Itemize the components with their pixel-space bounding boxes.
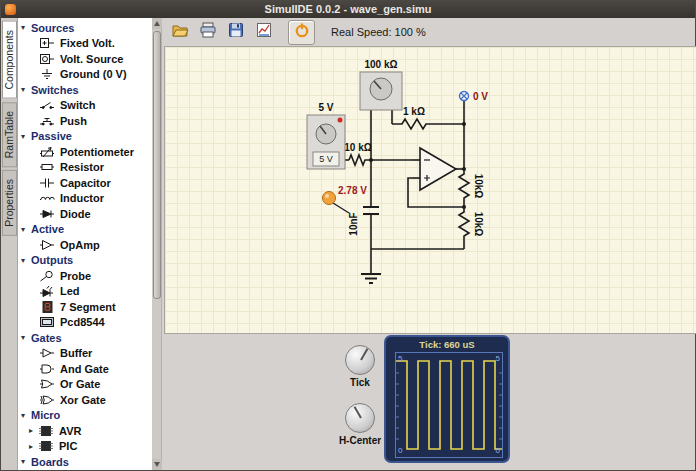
tree-item-volt-source[interactable]: Volt. Source <box>18 51 152 67</box>
probe-top-value-label: 0 V <box>473 91 488 102</box>
scroll-up-button[interactable] <box>152 18 162 29</box>
component-tree: ▾SourcesFixed Volt.Volt. SourceGround (0… <box>18 18 152 470</box>
item-label: Volt. Source <box>60 53 123 65</box>
tree-item-and-gate[interactable]: And Gate <box>18 361 152 377</box>
item-label: And Gate <box>60 363 109 375</box>
resistor-10k-divider-bottom[interactable]: 10kΩ <box>459 207 484 249</box>
tree-item-ground-0-v[interactable]: Ground (0 V) <box>18 67 152 83</box>
tree-item-or-gate[interactable]: Or Gate <box>18 377 152 393</box>
category-label: Passive <box>31 130 72 142</box>
side-tab-properties[interactable]: Properties <box>2 170 17 236</box>
circuit-canvas[interactable]: 10 kΩ 1 kΩ 10kΩ 10kΩ 10nF <box>164 46 696 334</box>
tree-category-gates[interactable]: ▾Gates <box>18 330 152 346</box>
h-center-knob-label: H-Center <box>330 435 390 446</box>
tree-item-opamp[interactable]: OpAmp <box>18 237 152 253</box>
fixed-volt-icon <box>39 37 56 49</box>
scale-top-left: 5 <box>398 355 402 363</box>
tree-item-led[interactable]: Led <box>18 284 152 300</box>
tree-category-sources[interactable]: ▾Sources <box>18 20 152 36</box>
tick-knob[interactable] <box>345 345 375 375</box>
chip-icon <box>38 440 55 452</box>
tree-item-avr[interactable]: ▸AVR <box>18 423 152 439</box>
voltage-probe-top[interactable]: 0 V <box>460 91 489 102</box>
collapse-arrow-icon: ▾ <box>21 132 31 141</box>
resistor-1k-feedback[interactable]: 1 kΩ <box>392 106 464 129</box>
ground-icon <box>39 68 56 80</box>
category-label: Switches <box>31 84 79 96</box>
expand-arrow-icon[interactable]: ▸ <box>29 426 38 435</box>
item-label: Switch <box>60 99 95 111</box>
opamp-icon <box>39 239 56 251</box>
item-label: Fixed Volt. <box>60 37 115 49</box>
item-label: Inductor <box>60 192 104 204</box>
power-button[interactable] <box>288 20 315 45</box>
side-tab-components[interactable]: Components <box>2 21 17 99</box>
tree-category-active[interactable]: ▾Active <box>18 222 152 238</box>
sidebar-scrollbar[interactable] <box>152 18 162 470</box>
tree-item-diode[interactable]: Diode <box>18 206 152 222</box>
capacitor-component[interactable]: 10nF <box>348 207 379 236</box>
tree-item-resistor[interactable]: Resistor <box>18 160 152 176</box>
h-center-knob[interactable] <box>345 403 375 433</box>
chart-icon <box>255 21 273 43</box>
collapse-arrow-icon: ▾ <box>21 23 31 32</box>
side-tab-ramtable[interactable]: RamTable <box>2 102 17 167</box>
tree-item-pic[interactable]: ▸PIC <box>18 439 152 455</box>
tree-item-capacitor[interactable]: Capacitor <box>18 175 152 191</box>
real-speed-label: Real Speed: 100 % <box>331 26 426 38</box>
tree-item-xor-gate[interactable]: Xor Gate <box>18 392 152 408</box>
voltage-probe-main[interactable]: 2.78 V <box>323 185 368 213</box>
tree-item-push[interactable]: Push <box>18 113 152 129</box>
xor-gate-icon <box>39 394 56 406</box>
pcd8544-icon <box>39 316 56 328</box>
save-button[interactable] <box>224 20 248 44</box>
item-label: Xor Gate <box>60 394 106 406</box>
potentiometer-component[interactable]: 100 kΩ <box>360 59 402 110</box>
tree-category-outputs[interactable]: ▾Outputs <box>18 253 152 269</box>
tree-category-micro[interactable]: ▾Micro <box>18 408 152 424</box>
resistor-value-label: 1 kΩ <box>403 106 425 117</box>
item-label: Pcd8544 <box>60 316 105 328</box>
collapse-arrow-icon: ▾ <box>21 411 31 420</box>
tree-item-switch[interactable]: Switch <box>18 98 152 114</box>
expand-arrow-icon[interactable]: ▸ <box>29 442 38 451</box>
scale-top-right: 5 <box>496 355 500 363</box>
tick-knob-label: Tick <box>330 377 390 388</box>
diode-icon <box>39 208 56 220</box>
scroll-down-button[interactable] <box>152 459 162 470</box>
tree-item-inductor[interactable]: Inductor <box>18 191 152 207</box>
resistor-value-label: 10kΩ <box>473 212 484 237</box>
print-button[interactable] <box>196 20 220 44</box>
tree-category-boards[interactable]: ▾Boards <box>18 454 152 470</box>
scrollbar-thumb[interactable] <box>153 31 161 299</box>
opamp-component[interactable] <box>420 148 456 190</box>
item-label: AVR <box>59 425 81 437</box>
item-label: Potentiometer <box>60 146 134 158</box>
knob-pointer <box>360 348 368 360</box>
resistor-10k-divider-top[interactable]: 10kΩ <box>459 169 484 207</box>
folder-icon <box>171 21 189 43</box>
source-label: 5 V <box>318 102 333 113</box>
tree-item-7-segment[interactable]: 7 Segment <box>18 299 152 315</box>
chip-icon <box>38 425 55 437</box>
led-icon <box>39 285 56 297</box>
tree-category-passive[interactable]: ▾Passive <box>18 129 152 145</box>
item-label: Push <box>60 115 87 127</box>
open-circuit-button[interactable] <box>168 20 192 44</box>
collapse-arrow-icon: ▾ <box>21 457 31 466</box>
tree-category-switches[interactable]: ▾Switches <box>18 82 152 98</box>
collapse-arrow-icon: ▾ <box>21 256 31 265</box>
voltage-source-component[interactable]: 5 V 5 V <box>307 102 345 169</box>
app-icon <box>5 4 16 15</box>
push-icon <box>39 115 56 127</box>
plotter-button[interactable] <box>252 20 276 44</box>
tree-item-buffer[interactable]: Buffer <box>18 346 152 362</box>
titlebar[interactable]: SimulIDE 0.0.2 - wave_gen.simu <box>1 1 695 18</box>
resistor-10k-input[interactable]: 10 kΩ <box>344 142 371 165</box>
tree-item-probe[interactable]: Probe <box>18 268 152 284</box>
toolbar: Real Speed: 100 % <box>162 18 695 46</box>
tree-item-fixed-volt[interactable]: Fixed Volt. <box>18 36 152 52</box>
tree-item-potentiometer[interactable]: Potentiometer <box>18 144 152 160</box>
ground-component[interactable] <box>361 274 381 283</box>
tree-item-pcd8544[interactable]: Pcd8544 <box>18 315 152 331</box>
